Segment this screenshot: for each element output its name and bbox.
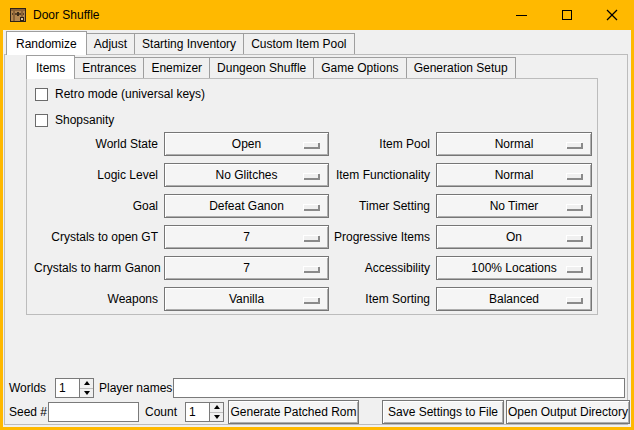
tab-dungeon-shuffle[interactable]: Dungeon Shuffle [209,57,314,78]
window-door-shuffle: Door Shuffle Randomize Adjust Starting I… [0,0,634,430]
player-names-input[interactable] [173,378,625,398]
logic-level-label: Logic Level [34,163,161,187]
dropdown-indicator [566,142,582,148]
settings-row-4: Crystals to open GT 7 Progressive Items … [34,225,592,249]
shopsanity-checkbox[interactable]: Shopsanity [35,111,114,129]
sub-tab-bar: Items Entrances Enemizer Dungeon Shuffle… [26,57,516,78]
retro-mode-checkbox[interactable]: Retro mode (universal keys) [35,85,205,103]
tab-randomize[interactable]: Randomize [6,31,87,55]
tab-starting-inventory[interactable]: Starting Inventory [134,33,244,54]
tab-game-options[interactable]: Game Options [313,57,406,78]
dropdown-indicator [303,235,319,241]
open-output-directory-button[interactable]: Open Output Directory [506,400,630,424]
settings-row-5: Crystals to harm Ganon 7 Accessibility 1… [34,256,592,280]
tab-adjust[interactable]: Adjust [86,33,135,54]
checkbox-icon [35,88,48,101]
close-icon [606,9,618,21]
logic-level-dropdown[interactable]: No Glitches [164,163,329,187]
weapons-label: Weapons [34,287,161,311]
progressive-items-label: Progressive Items [329,225,433,249]
maximize-button[interactable] [544,0,589,30]
goal-dropdown[interactable]: Defeat Ganon [164,194,329,218]
worlds-spin-arrows [79,379,93,397]
checkbox-icon [35,114,48,127]
tab-enemizer[interactable]: Enemizer [143,57,210,78]
worlds-spinbox[interactable]: 1 [55,378,94,398]
down-arrow-icon[interactable] [210,413,223,422]
dropdown-indicator [566,266,582,272]
generate-patched-rom-button[interactable]: Generate Patched Rom [228,400,359,424]
item-sorting-label: Item Sorting [329,287,433,311]
tab-generation-setup[interactable]: Generation Setup [406,57,516,78]
count-value: 1 [186,403,209,421]
goal-value: Defeat Ganon [209,199,284,213]
items-tab-panel: Retro mode (universal keys) Shopsanity W… [26,78,598,315]
world-state-label: World State [34,132,161,156]
tab-items[interactable]: Items [26,55,75,79]
maximize-icon [562,10,572,20]
dropdown-indicator [303,142,319,148]
weapons-dropdown[interactable]: Vanilla [164,287,329,311]
minimize-button[interactable] [499,0,544,30]
up-arrow-icon[interactable] [80,379,93,389]
item-pool-value: Normal [495,137,534,151]
main-tab-bar: Randomize Adjust Starting Inventory Cust… [6,32,355,54]
accessibility-value: 100% Locations [471,261,556,275]
timer-setting-label: Timer Setting [329,194,433,218]
crystals-open-gt-dropdown[interactable]: 7 [164,225,329,249]
up-arrow-icon[interactable] [210,403,223,413]
count-spinbox[interactable]: 1 [185,402,224,422]
logic-level-value: No Glitches [215,168,277,182]
crystals-harm-ganon-dropdown[interactable]: 7 [164,256,329,280]
weapons-value: Vanilla [229,292,264,306]
item-sorting-value: Balanced [489,292,539,306]
close-button[interactable] [589,0,634,30]
timer-setting-dropdown[interactable]: No Timer [436,194,592,218]
save-settings-button[interactable]: Save Settings to File [382,400,504,424]
dropdown-indicator [303,173,319,179]
worlds-value: 1 [56,379,79,397]
dropdown-indicator [303,297,319,303]
settings-row-1: World State Open Item Pool Normal [34,132,592,156]
titlebar: Door Shuffle [0,0,634,30]
chest-icon [10,7,26,23]
item-functionality-dropdown[interactable]: Normal [436,163,592,187]
dropdown-indicator [566,173,582,179]
item-pool-dropdown[interactable]: Normal [436,132,592,156]
dropdown-indicator [566,235,582,241]
progressive-items-value: On [506,230,522,244]
accessibility-label: Accessibility [329,256,433,280]
count-spin-arrows [209,403,223,421]
settings-row-2: Logic Level No Glitches Item Functionali… [34,163,592,187]
down-arrow-icon[interactable] [80,389,93,398]
minimize-icon [516,15,527,16]
progressive-items-dropdown[interactable]: On [436,225,592,249]
client-area: Randomize Adjust Starting Inventory Cust… [3,30,631,427]
tab-custom-item-pool[interactable]: Custom Item Pool [243,33,354,54]
crystals-open-gt-label: Crystals to open GT [34,225,161,249]
settings-row-6: Weapons Vanilla Item Sorting Balanced [34,287,592,311]
seed-label: Seed # [9,402,47,422]
count-label: Count [145,402,177,422]
shopsanity-label: Shopsanity [55,113,114,127]
settings-row-3: Goal Defeat Ganon Timer Setting No Timer [34,194,592,218]
retro-mode-label: Retro mode (universal keys) [55,87,205,101]
tab-entrances[interactable]: Entrances [74,57,144,78]
dropdown-indicator [303,266,319,272]
world-state-dropdown[interactable]: Open [164,132,329,156]
dropdown-indicator [566,204,582,210]
dropdown-indicator [566,297,582,303]
timer-setting-value: No Timer [490,199,539,213]
crystals-harm-ganon-value: 7 [243,261,250,275]
worlds-label: Worlds [9,378,46,398]
item-pool-label: Item Pool [329,132,433,156]
item-sorting-dropdown[interactable]: Balanced [436,287,592,311]
seed-input[interactable] [48,402,139,422]
player-names-label: Player names [99,378,172,398]
accessibility-dropdown[interactable]: 100% Locations [436,256,592,280]
crystals-harm-ganon-label: Crystals to harm Ganon [34,256,161,280]
crystals-open-gt-value: 7 [243,230,250,244]
dropdown-indicator [303,204,319,210]
item-functionality-value: Normal [495,168,534,182]
world-state-value: Open [232,137,261,151]
